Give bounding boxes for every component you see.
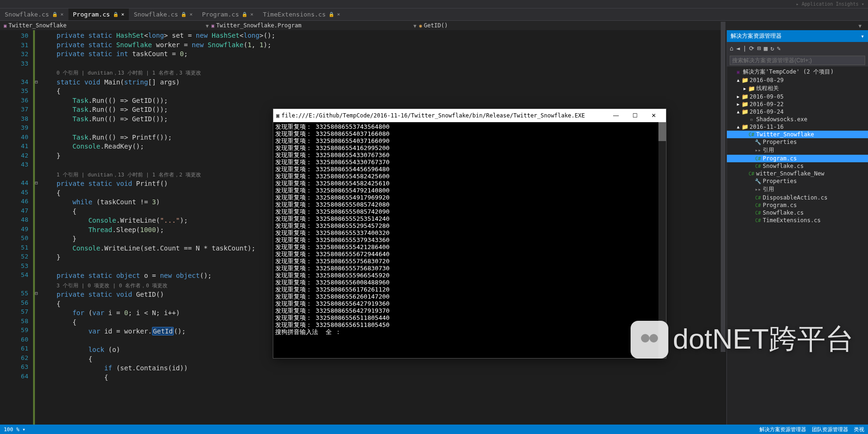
sln-icon: ▣	[734, 69, 742, 75]
tree-node[interactable]: C#witter_Snowflake_New	[727, 170, 868, 177]
solution-toolbar: ⌂ ◄ | ⟳ ⊟ ▦ ↻ ✎	[727, 42, 868, 54]
collapse-icon[interactable]: ⊟	[757, 45, 761, 52]
solution-search	[727, 54, 868, 67]
chevron-down-icon[interactable]: ▾	[411, 21, 419, 30]
close-icon[interactable]: ×	[60, 11, 64, 17]
console-scroll-thumb[interactable]	[658, 122, 666, 141]
maximize-button[interactable]: ☐	[625, 112, 644, 119]
refresh-icon[interactable]: ↻	[770, 45, 774, 52]
proj-icon: C#	[748, 132, 755, 137]
fold-column[interactable]: ⊟⊟⊟	[35, 30, 41, 434]
breadcrumb-right[interactable]: ◉ GetID() ▾	[419, 21, 864, 30]
tree-node[interactable]: ▲📁2016-08-29	[727, 76, 868, 84]
close-button[interactable]: ✕	[644, 112, 663, 119]
panel-menu-icon[interactable]: ▾	[861, 33, 864, 40]
cs-icon: C#	[754, 156, 762, 161]
tree-label: DisposableAction.cs	[763, 194, 827, 201]
tree-node[interactable]: C#DisposableAction.cs	[727, 194, 868, 201]
tree-node[interactable]: C#Snowflake.cs	[727, 209, 868, 217]
tree-label: TimeExtensions.cs	[763, 217, 821, 224]
tree-node[interactable]: ▸▸引用	[727, 185, 868, 194]
close-icon[interactable]: ×	[121, 11, 125, 17]
cs-icon: C#	[754, 203, 762, 208]
lock-icon: 🔒	[329, 12, 334, 17]
expander-icon[interactable]: ▲	[735, 125, 741, 129]
app-insights-hint[interactable]: ▸ Application Insights ▾	[796, 1, 865, 7]
sync-icon[interactable]: ⟳	[749, 45, 754, 52]
ref-icon: ▸▸	[754, 147, 762, 153]
expander-icon[interactable]: ▲	[735, 78, 741, 83]
tree-node[interactable]: ▣解决方案'TempCode' (2 个项目)	[727, 67, 868, 76]
document-tab[interactable]: TimeExtensions.cs🔒×	[258, 8, 345, 20]
folder-icon: 📁	[741, 124, 749, 130]
close-icon[interactable]: ×	[189, 11, 193, 17]
document-tab[interactable]: Program.cs🔒×	[197, 8, 258, 20]
tree-node[interactable]: C#Program.cs	[727, 201, 868, 209]
tree-node[interactable]: C#Program.cs	[727, 155, 868, 162]
tree-node[interactable]: ▲📁2016-11-16	[727, 123, 868, 131]
tab-label: Program.cs	[73, 11, 110, 18]
lock-icon: 🔒	[181, 12, 186, 17]
tree-label: Snowflake.cs	[763, 209, 804, 216]
expander-icon[interactable]: ▶	[742, 86, 748, 91]
breadcrumb-left[interactable]: ▣ Twitter_Snowflake ▾	[4, 21, 211, 30]
solution-explorer-title: 解决方案资源管理器 ▾	[727, 30, 868, 42]
namespace-icon: ▣	[211, 23, 214, 28]
expander-icon[interactable]: ▶	[735, 94, 741, 99]
tree-node[interactable]: ▶📁2016-09-05	[727, 93, 868, 100]
solution-search-input[interactable]	[730, 56, 865, 65]
tree-node[interactable]: ▶📁2016-09-22	[727, 100, 868, 108]
minimize-button[interactable]: —	[607, 112, 625, 119]
vertical-scrollbar[interactable]	[721, 22, 725, 352]
show-all-icon[interactable]: ▦	[764, 45, 767, 52]
home-icon[interactable]: ⌂	[730, 45, 733, 52]
document-tabs: Snowflake.cs🔒×Program.cs🔒×Snowflake.cs🔒×…	[0, 8, 868, 21]
tree-node[interactable]: 🔧Properties	[727, 138, 868, 146]
tree-node[interactable]: ▲📁2016-09-24	[727, 108, 868, 116]
status-tab-solution[interactable]: 解决方案资源管理器	[759, 426, 806, 433]
properties-icon[interactable]: ✎	[777, 45, 781, 52]
close-icon[interactable]: ×	[250, 11, 253, 17]
breadcrumb-mid[interactable]: ▣ Twitter_Snowflake.Program ▾	[211, 21, 419, 30]
back-icon[interactable]: ◄	[736, 45, 740, 52]
method-icon: ◉	[419, 23, 422, 28]
tree-label: 2016-09-05	[750, 93, 784, 100]
tree-node[interactable]: C#Twitter_Snowflake	[727, 131, 868, 138]
document-tab[interactable]: Program.cs🔒×	[68, 8, 129, 20]
console-titlebar[interactable]: ▣ file:///E:/Github/TempCode/2016-11-16/…	[273, 109, 666, 122]
pipe: |	[743, 45, 747, 52]
tree-label: 解决方案'TempCode' (2 个项目)	[743, 68, 834, 76]
wrench-icon: 🔧	[754, 139, 762, 145]
class-icon: ▣	[4, 23, 7, 28]
tree-label: Program.cs	[763, 202, 797, 209]
solution-explorer: 解决方案资源管理器 ▾ ⌂ ◄ | ⟳ ⊟ ▦ ↻ ✎ ▣解决方案'TempCo…	[726, 30, 868, 434]
chevron-down-icon[interactable]: ▾	[203, 21, 211, 30]
expander-icon[interactable]: ▲	[735, 109, 741, 114]
lock-icon: 🔒	[242, 12, 247, 17]
status-tab-team[interactable]: 团队资源管理器	[812, 426, 848, 433]
solution-tree[interactable]: ▣解决方案'TempCode' (2 个项目)▲📁2016-08-29▶📁线程相…	[727, 67, 868, 434]
tree-node[interactable]: C#Snowflake.cs	[727, 162, 868, 170]
folder-icon: 📁	[748, 85, 755, 92]
folder-icon: 📁	[741, 101, 749, 108]
document-tab[interactable]: Snowflake.cs🔒×	[129, 8, 197, 20]
expander-icon[interactable]: ▶	[735, 102, 741, 107]
tree-label: Properties	[763, 178, 797, 184]
tree-label: 引用	[763, 185, 774, 193]
tree-node[interactable]: ▶📁线程相关	[727, 84, 868, 93]
tree-node[interactable]: 🔧Properties	[727, 177, 868, 185]
console-output[interactable]: 发现重复项： 33258086553743564800 发现重复项： 33258…	[273, 122, 666, 358]
tree-node[interactable]: C#TimeExtensions.cs	[727, 217, 868, 224]
tree-node[interactable]: ▸▸引用	[727, 146, 868, 155]
zoom-dropdown-icon[interactable]: ▾	[22, 426, 25, 433]
chevron-down-icon[interactable]: ▾	[856, 21, 864, 30]
status-tab-class[interactable]: 类视	[854, 426, 864, 433]
tree-label: 引用	[763, 146, 774, 154]
tree-label: 线程相关	[756, 84, 779, 92]
folder-icon: 📁	[741, 93, 749, 100]
tree-node[interactable]: ▫Shadowsocks.exe	[727, 116, 868, 123]
ref-icon: ▸▸	[754, 186, 762, 192]
document-tab[interactable]: Snowflake.cs🔒×	[0, 8, 68, 20]
close-icon[interactable]: ×	[337, 11, 340, 17]
zoom-level[interactable]: 100 %	[4, 426, 19, 433]
